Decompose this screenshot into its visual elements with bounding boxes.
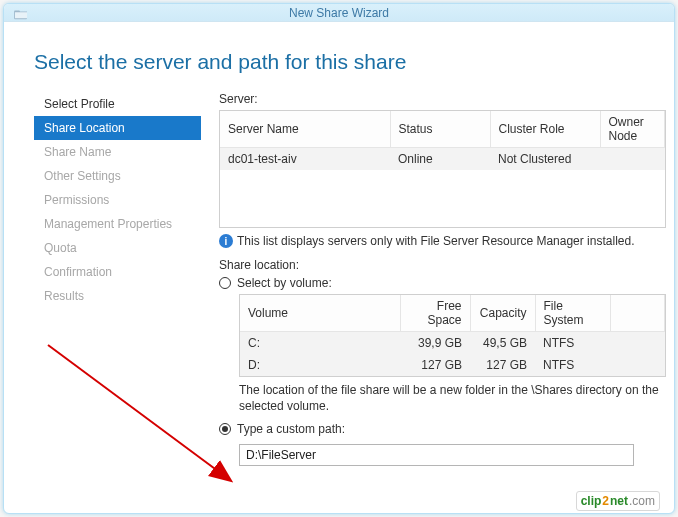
vol-col-fs[interactable]: File System bbox=[535, 295, 610, 332]
vol-fs: NTFS bbox=[535, 354, 610, 376]
server-table[interactable]: Server Name Status Cluster Role Owner No… bbox=[219, 110, 666, 228]
radio-icon bbox=[219, 277, 231, 289]
vol-col-cap[interactable]: Capacity bbox=[470, 295, 535, 332]
vol-cap: 127 GB bbox=[470, 354, 535, 376]
server-col-cluster[interactable]: Cluster Role bbox=[490, 111, 600, 148]
step-results: Results bbox=[34, 284, 201, 308]
server-col-owner[interactable]: Owner Node bbox=[600, 111, 665, 148]
window-title: New Share Wizard bbox=[289, 6, 389, 20]
server-label: Server: bbox=[219, 92, 666, 106]
custom-path-input[interactable] bbox=[239, 444, 634, 466]
vol-name: C: bbox=[240, 332, 400, 355]
volume-hint: The location of the file share will be a… bbox=[239, 383, 666, 414]
server-cell-name: dc01-test-aiv bbox=[220, 148, 390, 171]
radio-select-by-volume[interactable]: Select by volume: bbox=[219, 276, 666, 290]
wizard-steps: Select Profile Share Location Share Name… bbox=[34, 92, 219, 513]
step-management-properties: Management Properties bbox=[34, 212, 201, 236]
step-permissions: Permissions bbox=[34, 188, 201, 212]
server-info-text: This list displays servers only with Fil… bbox=[237, 234, 634, 248]
vol-col-name[interactable]: Volume bbox=[240, 295, 400, 332]
watermark: clip2net.com bbox=[576, 491, 660, 511]
server-col-name[interactable]: Server Name bbox=[220, 111, 390, 148]
folder-icon bbox=[14, 6, 28, 18]
server-col-status[interactable]: Status bbox=[390, 111, 490, 148]
vol-name: D: bbox=[240, 354, 400, 376]
vol-col-free[interactable]: Free Space bbox=[400, 295, 470, 332]
page-heading: Select the server and path for this shar… bbox=[4, 22, 674, 92]
radio-custom-path[interactable]: Type a custom path: bbox=[219, 422, 666, 436]
volume-row[interactable]: C: 39,9 GB 49,5 GB NTFS bbox=[240, 332, 665, 355]
vol-fs: NTFS bbox=[535, 332, 610, 355]
server-cell-status: Online bbox=[390, 148, 490, 171]
radio-icon bbox=[219, 423, 231, 435]
step-quota: Quota bbox=[34, 236, 201, 260]
share-location-label: Share location: bbox=[219, 258, 666, 272]
radio-volume-label: Select by volume: bbox=[237, 276, 332, 290]
step-confirmation: Confirmation bbox=[34, 260, 201, 284]
vol-free: 127 GB bbox=[400, 354, 470, 376]
step-share-location[interactable]: Share Location bbox=[34, 116, 201, 140]
server-row[interactable]: dc01-test-aiv Online Not Clustered bbox=[220, 148, 665, 171]
vol-free: 39,9 GB bbox=[400, 332, 470, 355]
vol-col-blank bbox=[610, 295, 665, 332]
volume-table[interactable]: Volume Free Space Capacity File System C… bbox=[239, 294, 666, 377]
step-other-settings: Other Settings bbox=[34, 164, 201, 188]
server-cell-owner bbox=[600, 148, 665, 171]
step-select-profile[interactable]: Select Profile bbox=[34, 92, 201, 116]
step-share-name: Share Name bbox=[34, 140, 201, 164]
titlebar: New Share Wizard bbox=[4, 4, 674, 22]
vol-cap: 49,5 GB bbox=[470, 332, 535, 355]
info-icon: i bbox=[219, 234, 233, 248]
volume-row[interactable]: D: 127 GB 127 GB NTFS bbox=[240, 354, 665, 376]
server-cell-cluster: Not Clustered bbox=[490, 148, 600, 171]
radio-custom-label: Type a custom path: bbox=[237, 422, 345, 436]
